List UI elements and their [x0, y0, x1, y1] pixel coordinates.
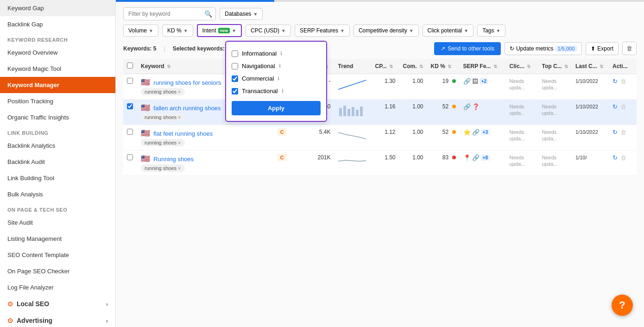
databases-dropdown[interactable]: Databases ▼ [220, 8, 263, 20]
trash-icon: 🗑 [626, 45, 632, 52]
sidebar-item-label: Keyword Gap [7, 5, 44, 12]
refresh-row-icon[interactable]: ↻ [612, 129, 618, 136]
sort-icon[interactable]: ⇅ [493, 64, 497, 69]
sort-icon[interactable]: ⇅ [389, 64, 393, 69]
sidebar-item-keyword-overview[interactable]: Keyword Overview [0, 44, 115, 61]
send-to-other-tools-button[interactable]: ↗ Send to other tools [434, 42, 501, 55]
intent-option-commercial[interactable]: Commercial ℹ [232, 72, 321, 85]
info-icon[interactable]: ℹ [280, 50, 282, 57]
topc-cell: Needs upda... [538, 100, 572, 125]
sidebar-item-on-page-seo-checker[interactable]: On Page SEO Checker [0, 263, 115, 279]
transactional-checkbox[interactable] [232, 88, 238, 94]
tag-remove-icon[interactable]: × [178, 114, 181, 120]
sidebar: Keyword Gap Backlink Gap KEYWORD RESEARC… [0, 0, 116, 327]
refresh-row-icon[interactable]: ↻ [612, 154, 618, 161]
info-icon[interactable]: ℹ [278, 75, 279, 82]
sidebar-item-link-building-tool[interactable]: Link Building Tool [0, 170, 115, 186]
serp-features-filter[interactable]: SERP Features ▼ [295, 25, 350, 37]
serp-icons: 📍🔗+8 [463, 154, 502, 161]
click-cell: Needs upda... [506, 125, 538, 151]
click-value: Needs upda... [510, 155, 525, 167]
tag-remove-icon[interactable]: × [178, 89, 181, 94]
info-icon[interactable]: ℹ [282, 88, 284, 94]
sort-icon[interactable]: ⇅ [564, 64, 568, 69]
delete-row-icon[interactable]: 🗑 [620, 103, 626, 110]
sort-icon[interactable]: ⇅ [167, 64, 170, 69]
export-button[interactable]: ⬆ Export [586, 42, 619, 55]
sidebar-item-keyword-magic-tool[interactable]: Keyword Magic Tool [0, 61, 115, 77]
info-icon[interactable]: ℹ [279, 63, 281, 69]
flag-icon: 🇺🇸 [141, 104, 150, 112]
sort-icon[interactable]: ⇅ [419, 64, 423, 69]
com-cell: 1.00 [399, 125, 427, 151]
keyword-link[interactable]: fallen arch running shoes [153, 105, 221, 112]
sidebar-category-advertising[interactable]: ⊙ Advertising › [0, 312, 115, 327]
lastc-cell: 1/10/2022 [572, 100, 609, 125]
delete-button[interactable]: 🗑 [622, 42, 637, 55]
kd-filter[interactable]: KD % ▼ [162, 25, 193, 37]
apply-button[interactable]: Apply [232, 101, 321, 115]
row-checkbox-0[interactable] [127, 78, 133, 84]
sidebar-item-site-audit[interactable]: Site Audit [0, 214, 115, 231]
search-input[interactable] [123, 7, 216, 20]
sidebar-item-keyword-gap[interactable]: Keyword Gap [0, 0, 115, 16]
navigational-checkbox[interactable] [232, 63, 238, 69]
sidebar-item-bulk-analysis[interactable]: Bulk Analysis [0, 186, 115, 202]
keyword-link[interactable]: running shoes for seniors [153, 79, 221, 86]
delete-row-icon[interactable]: 🗑 [620, 78, 626, 85]
topc-value: Needs upda... [542, 104, 558, 116]
kd-cell: 52 [427, 125, 460, 151]
intent-filter[interactable]: Intent new ▼ [197, 24, 242, 37]
th-trend: Trend [335, 59, 372, 74]
sort-icon[interactable]: ⇅ [527, 64, 530, 69]
sidebar-item-listing-management[interactable]: Listing Management [0, 231, 115, 247]
kd-cell: 83 [427, 151, 460, 176]
svg-rect-4 [356, 110, 359, 116]
sidebar-item-backlink-analytics[interactable]: Backlink Analytics [0, 138, 115, 154]
th-lastc-label: Last C... [575, 63, 597, 69]
select-all-checkbox[interactable] [127, 63, 133, 69]
row-checkbox-1[interactable] [127, 103, 133, 109]
row-checkbox-2[interactable] [127, 129, 133, 135]
keyword-link[interactable]: flat feet running shoes [153, 130, 213, 137]
advertising-icon: ⊙ [7, 317, 13, 324]
delete-row-icon[interactable]: 🗑 [620, 154, 626, 161]
tags-filter[interactable]: Tags ▼ [477, 25, 505, 37]
refresh-row-icon[interactable]: ↻ [612, 103, 618, 110]
stats-row: Keywords: 5 | Selected keywords: Remove … [123, 42, 637, 55]
sort-icon[interactable]: ⇅ [600, 64, 603, 69]
serp-features-label: SERP Features [300, 27, 338, 34]
help-button[interactable]: ? [612, 295, 633, 316]
commercial-checkbox[interactable] [232, 75, 238, 82]
refresh-row-icon[interactable]: ↻ [612, 78, 618, 85]
volume-filter[interactable]: Volume ▼ [123, 25, 158, 37]
sidebar-item-backlink-audit[interactable]: Backlink Audit [0, 154, 115, 170]
sidebar-item-label: Link Building Tool [7, 175, 54, 182]
intent-option-navigational[interactable]: Navigational ℹ [232, 60, 321, 72]
sidebar-category-local-seo[interactable]: ⊙ Local SEO › [0, 296, 115, 312]
update-metrics-button[interactable]: ↻ Update metrics 1/5,000 [505, 42, 582, 55]
sidebar-item-seo-content-template[interactable]: SEO Content Template [0, 247, 115, 263]
click-potential-filter[interactable]: Click potential ▼ [423, 25, 474, 37]
sidebar-item-log-file-analyzer[interactable]: Log File Analyzer [0, 279, 115, 296]
sidebar-item-position-tracking[interactable]: Position Tracking [0, 93, 115, 109]
tag-remove-icon[interactable]: × [178, 165, 181, 171]
competitive-density-filter[interactable]: Competitive density ▼ [354, 25, 419, 37]
tag-remove-icon[interactable]: × [178, 140, 181, 145]
delete-row-icon[interactable]: 🗑 [620, 129, 626, 136]
th-trend-label: Trend [338, 63, 354, 69]
intent-option-transactional[interactable]: Transactional ℹ [232, 85, 321, 97]
table-header-row: Keyword ⇅ Inte... ⇅ Volu... ⇅ Trend [123, 59, 637, 74]
sidebar-item-organic-traffic-insights[interactable]: Organic Traffic Insights [0, 109, 115, 126]
keyword-link[interactable]: Running shoes [153, 156, 194, 163]
sort-icon[interactable]: ⇅ [448, 64, 451, 69]
informational-checkbox[interactable] [232, 50, 238, 57]
topc-cell: Needs upda... [538, 74, 572, 100]
tags-label: Tags [482, 27, 494, 34]
row-checkbox-3[interactable] [127, 154, 133, 160]
cpc-filter[interactable]: CPC (USD) ▼ [246, 25, 291, 37]
sidebar-item-backlink-gap[interactable]: Backlink Gap [0, 16, 115, 32]
intent-option-informational[interactable]: Informational ℹ [232, 47, 321, 60]
sidebar-item-keyword-manager[interactable]: Keyword Manager [0, 77, 115, 93]
lastc-value: 1/10/2022 [575, 104, 598, 109]
